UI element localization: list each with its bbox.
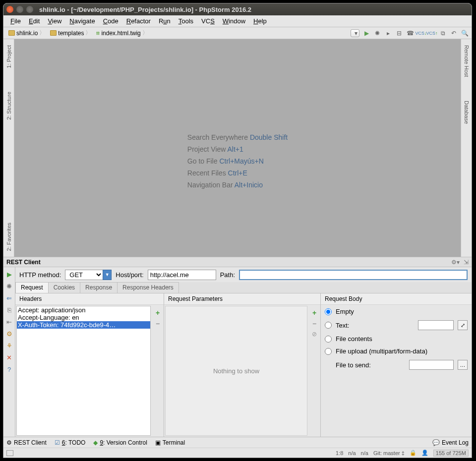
maximize-window-button[interactable] [26,6,33,13]
history-icon[interactable]: ⧉ [439,29,447,37]
editor-placeholder: Search Everywhere Double Shift Project V… [14,39,461,257]
add-header-button[interactable]: + [154,309,162,317]
reset-icon[interactable]: ✺ [5,282,13,290]
body-filecontents-radio[interactable] [325,336,332,343]
body-empty-radio[interactable] [325,308,332,315]
import-icon[interactable]: ⇐ [5,294,13,302]
chevron-right-icon: 〉 [85,29,91,37]
menu-refactor[interactable]: Refactor [122,16,155,26]
tab-favorites[interactable]: 2: Favorites [5,221,12,253]
browse-file-button[interactable]: … [458,360,468,370]
breadcrumb-root[interactable]: shlink.io 〉 [6,29,47,37]
toolwindows-toggle-icon[interactable] [6,450,13,456]
tab-project[interactable]: 1: Project [5,43,12,70]
debug-icon[interactable]: ✺ [373,29,381,37]
host-port-input[interactable] [148,270,216,280]
remove-icon[interactable]: ✕ [5,353,13,361]
hint-label: Navigation Bar [187,180,233,188]
body-fileupload-radio[interactable] [325,348,332,355]
body-text-radio[interactable] [325,322,332,329]
listen-icon[interactable]: ☎ [406,29,414,37]
menu-navigate[interactable]: Navigate [65,16,99,26]
path-input[interactable] [239,270,468,280]
twig-icon: ⌗ [96,30,100,37]
headers-list[interactable]: Accept: application/json Accept-Language… [16,306,151,436]
breadcrumb-folder[interactable]: templates 〉 [48,29,93,37]
body-text-input[interactable] [418,320,454,330]
tab-remote-host[interactable]: Remote Host [463,43,470,79]
breadcrumb-file[interactable]: ⌗ index.html.twig 〉 [94,29,150,37]
tab-response[interactable]: Response [80,282,118,293]
caret-position[interactable]: 1:8 [336,450,343,456]
clear-params-button[interactable]: ⊘ [312,331,317,338]
close-window-button[interactable] [6,6,13,13]
menu-run[interactable]: Run [155,16,175,26]
gear-icon[interactable]: ⚙▾ [451,259,460,266]
dropdown-icon[interactable]: ▼ [103,270,112,280]
inspections-icon[interactable]: 👤 [421,450,428,456]
menu-code[interactable]: Code [99,16,122,26]
save-icon[interactable]: ⇤ [5,318,13,326]
body-text-label: Text: [336,322,349,329]
footer-tab-restclient[interactable]: ⚙REST Client [6,439,47,446]
tab-request[interactable]: Request [15,282,49,293]
window-controls [6,6,33,13]
footer-tab-terminal[interactable]: ▣Terminal [155,439,185,446]
titlebar: shlink.io - [~/Development/PHP_Projects/… [3,3,472,15]
header-row-selected[interactable]: X-Auth-Token: 74fd992c-bde9-4… [17,321,150,329]
help-icon[interactable]: ? [5,365,13,373]
undo-icon[interactable]: ↶ [450,29,458,37]
minimize-panel-icon[interactable]: ⇲ [464,259,469,266]
submit-request-icon[interactable]: ▶ [5,270,13,278]
add-param-button[interactable]: + [312,309,316,317]
vcs-commit-icon[interactable]: VCS↑ [428,29,436,37]
menu-tools[interactable]: Tools [175,16,197,26]
configure-icon[interactable]: ⚙ [5,330,13,338]
cookies-icon[interactable]: ⚘ [5,342,13,349]
menu-edit[interactable]: Edit [25,16,44,26]
tab-response-headers[interactable]: Response Headers [117,282,179,293]
run-config-dropdown[interactable]: ▾ [351,29,359,37]
stop-icon[interactable]: ⊟ [395,29,403,37]
run-icon[interactable]: ▶ [362,29,370,37]
navigation-bar: shlink.io 〉 templates 〉 ⌗ index.html.twi… [3,27,472,39]
menu-view[interactable]: View [44,16,65,26]
body-fileupload-label: File upload (multipart/form-data) [336,347,427,355]
menu-vcs[interactable]: VCS [197,16,219,26]
tab-structure[interactable]: 2: Structure [5,90,12,122]
remove-param-button[interactable]: − [312,320,316,328]
event-log-button[interactable]: 💬Event Log [432,439,469,446]
export-icon[interactable]: ⎘ [5,306,13,314]
rest-request-row: HTTP method: GET ▼ Host/port: Path: [15,267,472,282]
tab-database[interactable]: Database [463,99,470,126]
menu-window[interactable]: Window [219,16,249,26]
memory-indicator[interactable]: 155 of 725M [433,450,469,457]
header-row[interactable]: Accept: application/json [17,306,150,314]
search-icon[interactable]: 🔍 [461,29,469,37]
expand-text-button[interactable]: ⤢ [458,320,468,330]
encoding-1[interactable]: n/a [348,450,356,456]
body-title: Request Body [321,293,472,305]
terminal-icon: ▣ [155,439,161,446]
git-branch[interactable]: Git: master ‡ [373,450,405,456]
breadcrumb-label: index.html.twig [101,30,140,37]
menu-help[interactable]: Help [249,16,271,26]
remove-header-button[interactable]: − [154,320,162,328]
rest-client-toolwindow: REST Client ⚙▾ ⇲ ▶ ✺ ⇐ ⎘ ⇤ ⚙ ⚘ ✕ ? HTTP … [3,257,472,437]
tab-cookies[interactable]: Cookies [48,282,80,293]
header-row[interactable]: Accept-Language: en [17,314,150,321]
breadcrumb-label: templates [58,30,84,37]
footer-tab-todo[interactable]: ☑6: TODO [55,439,86,446]
encoding-2[interactable]: n/a [361,450,368,456]
body-empty-label: Empty [336,308,354,315]
coverage-icon[interactable]: ▸ [384,29,392,37]
menu-file[interactable]: File [6,16,25,26]
vcs-update-icon[interactable]: VCS↓ [417,29,425,37]
minimize-window-button[interactable] [16,6,23,13]
menubar: File Edit View Navigate Code Refactor Ru… [3,15,472,27]
footer-tab-vcs[interactable]: ◆9: Version Control [93,439,147,446]
http-method-select[interactable]: GET [65,270,103,280]
lock-icon[interactable]: 🔒 [410,450,416,456]
http-method-label: HTTP method: [19,271,61,279]
file-to-send-input[interactable] [409,360,454,370]
